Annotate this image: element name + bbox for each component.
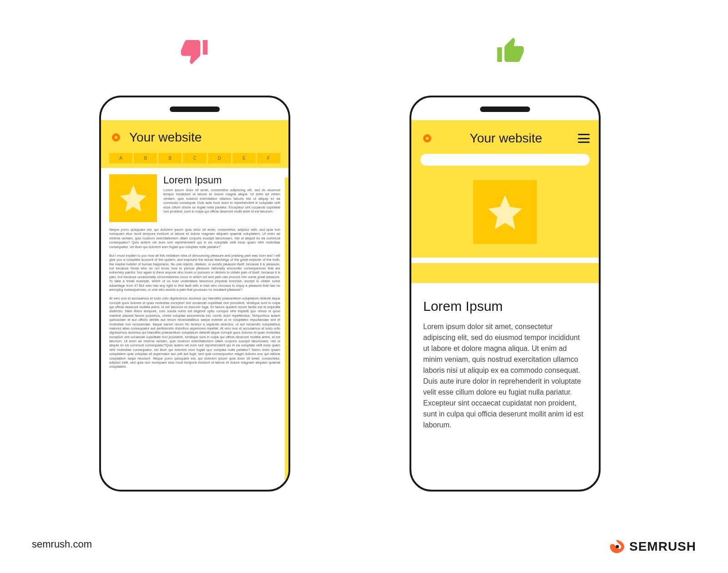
footer-url: semrush.com xyxy=(32,538,92,550)
featured-image xyxy=(109,174,157,222)
phone-mockup-good: Your website Lorem Ipsum Lorem ipsum dol… xyxy=(410,96,601,492)
site-title: Your website xyxy=(129,130,202,145)
thumb-up-icon xyxy=(496,36,525,66)
side-strip xyxy=(285,177,288,490)
search-input[interactable] xyxy=(420,154,590,166)
phone-speaker xyxy=(480,106,530,112)
article-body: Lorem Ipsum Lorem ipsum dolor sit amet, … xyxy=(411,283,599,446)
nav-tab[interactable]: B xyxy=(158,153,182,163)
star-icon xyxy=(485,192,526,233)
svg-point-0 xyxy=(616,545,619,548)
nav-tab[interactable]: F xyxy=(257,153,280,163)
article-body: Lorem Ipsum Lorem ipsum dolor sit amet, … xyxy=(101,168,288,380)
nav-tab[interactable]: E xyxy=(233,153,256,163)
featured-image xyxy=(473,180,537,244)
hero-section xyxy=(411,172,599,258)
phone-speaker xyxy=(170,106,220,112)
site-header: Your website A B B C D E F xyxy=(101,120,288,168)
brand-wordmark: SEMRUSH xyxy=(608,538,696,555)
site-header: Your website xyxy=(411,120,599,172)
article-heading: Lorem Ipsum xyxy=(163,174,280,186)
nav-tab[interactable]: D xyxy=(208,153,231,163)
brand-text: SEMRUSH xyxy=(629,539,696,554)
phone-mockup-bad: Your website A B B C D E F xyxy=(99,96,290,492)
semrush-logo-icon xyxy=(608,538,625,555)
nav-tab[interactable]: B xyxy=(134,153,157,163)
hamburger-menu-icon[interactable] xyxy=(578,134,590,143)
article-paragraph: Lorem ipsum dolor sit amet, consectetur … xyxy=(423,321,587,431)
article-paragraph: But I must explain to you how all this m… xyxy=(109,254,280,292)
nav-tabstrip: A B B C D E F xyxy=(109,153,280,163)
star-icon xyxy=(117,183,149,214)
logo-icon xyxy=(109,131,123,144)
article-paragraph: At vero eos et accusamus et iusto odio d… xyxy=(109,296,280,369)
article-intro: Lorem ipsum dolor sit amet, consectetur … xyxy=(163,188,280,213)
nav-tab[interactable]: A xyxy=(109,153,132,163)
logo-icon xyxy=(420,132,434,145)
article-paragraph: Neque porro quisquam est, qui dolorem ip… xyxy=(109,228,280,249)
site-title: Your website xyxy=(442,131,570,146)
nav-tab[interactable]: C xyxy=(183,153,206,163)
thumb-down-icon xyxy=(180,36,209,66)
accent-band xyxy=(411,263,599,283)
article-heading: Lorem Ipsum xyxy=(423,299,587,314)
